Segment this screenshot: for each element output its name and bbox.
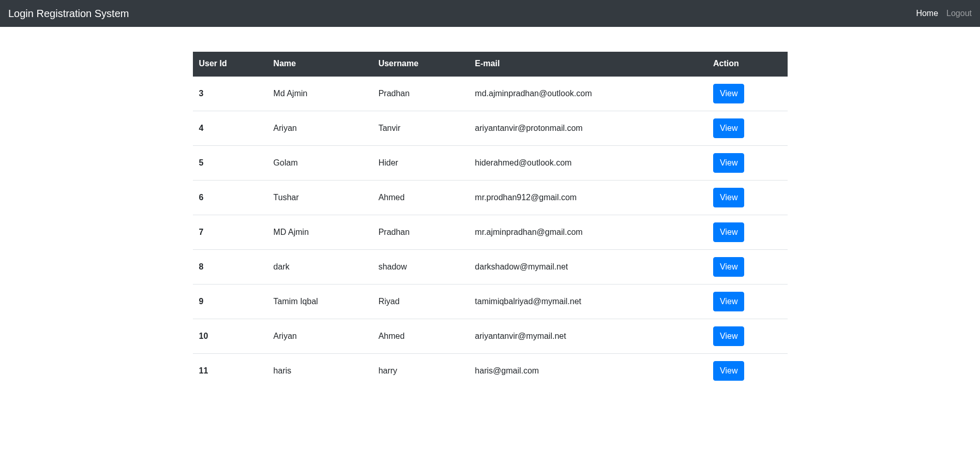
col-header-email: E-mail — [469, 52, 707, 76]
cell-email: ariyantanvir@protonmail.com — [469, 111, 707, 146]
view-button[interactable]: View — [713, 326, 744, 346]
cell-name: dark — [267, 250, 372, 285]
cell-email: mr.ajminpradhan@gmail.com — [469, 215, 707, 250]
cell-action: View — [707, 181, 787, 215]
cell-email: tamimiqbalriyad@mymail.net — [469, 285, 707, 319]
navbar-brand[interactable]: Login Registration System — [8, 8, 129, 20]
cell-name: MD Ajmin — [267, 215, 372, 250]
col-header-name: Name — [267, 52, 372, 76]
view-button[interactable]: View — [713, 153, 744, 173]
cell-action: View — [707, 250, 787, 285]
view-button[interactable]: View — [713, 188, 744, 207]
cell-username: Hider — [372, 146, 469, 181]
col-header-username: Username — [372, 52, 469, 76]
cell-email: hiderahmed@outlook.com — [469, 146, 707, 181]
table-row: 7MD AjminPradhanmr.ajminpradhan@gmail.co… — [193, 215, 788, 250]
cell-username: shadow — [372, 250, 469, 285]
table-row: 10AriyanAhmedariyantanvir@mymail.netView — [193, 319, 788, 354]
cell-action: View — [707, 76, 787, 111]
view-button[interactable]: View — [713, 361, 744, 381]
table-row: 11harisharryharis@gmail.comView — [193, 354, 788, 388]
cell-user-id: 3 — [193, 76, 267, 111]
cell-email: darkshadow@mymail.net — [469, 250, 707, 285]
cell-name: Ariyan — [267, 111, 372, 146]
navbar-nav: Home Logout — [916, 9, 972, 18]
view-button[interactable]: View — [713, 257, 744, 277]
view-button[interactable]: View — [713, 292, 744, 311]
col-header-user-id: User Id — [193, 52, 267, 76]
cell-action: View — [707, 111, 787, 146]
table-row: 4AriyanTanvirariyantanvir@protonmail.com… — [193, 111, 788, 146]
cell-name: haris — [267, 354, 372, 388]
view-button[interactable]: View — [713, 222, 744, 242]
cell-username: Riyad — [372, 285, 469, 319]
cell-action: View — [707, 146, 787, 181]
cell-username: Tanvir — [372, 111, 469, 146]
cell-action: View — [707, 354, 787, 388]
table-row: 5GolamHiderhiderahmed@outlook.comView — [193, 146, 788, 181]
cell-user-id: 10 — [193, 319, 267, 354]
cell-username: Pradhan — [372, 76, 469, 111]
cell-user-id: 5 — [193, 146, 267, 181]
col-header-action: Action — [707, 52, 787, 76]
table-row: 3Md AjminPradhanmd.ajminpradhan@outlook.… — [193, 76, 788, 111]
cell-name: Ariyan — [267, 319, 372, 354]
cell-action: View — [707, 215, 787, 250]
cell-username: Pradhan — [372, 215, 469, 250]
table-header-row: User Id Name Username E-mail Action — [193, 52, 788, 76]
cell-name: Md Ajmin — [267, 76, 372, 111]
cell-action: View — [707, 319, 787, 354]
navbar: Login Registration System Home Logout — [0, 0, 980, 27]
cell-email: ariyantanvir@mymail.net — [469, 319, 707, 354]
users-table: User Id Name Username E-mail Action 3Md … — [193, 52, 788, 388]
cell-email: mr.prodhan912@gmail.com — [469, 181, 707, 215]
cell-username: Ahmed — [372, 181, 469, 215]
cell-name: Golam — [267, 146, 372, 181]
table-row: 9Tamim IqbalRiyadtamimiqbalriyad@mymail.… — [193, 285, 788, 319]
cell-email: haris@gmail.com — [469, 354, 707, 388]
nav-link-logout[interactable]: Logout — [946, 9, 972, 18]
cell-name: Tamim Iqbal — [267, 285, 372, 319]
cell-email: md.ajminpradhan@outlook.com — [469, 76, 707, 111]
view-button[interactable]: View — [713, 84, 744, 103]
table-body: 3Md AjminPradhanmd.ajminpradhan@outlook.… — [193, 76, 788, 388]
cell-name: Tushar — [267, 181, 372, 215]
main-container: User Id Name Username E-mail Action 3Md … — [193, 27, 788, 388]
cell-username: Ahmed — [372, 319, 469, 354]
cell-user-id: 9 — [193, 285, 267, 319]
cell-user-id: 7 — [193, 215, 267, 250]
cell-user-id: 11 — [193, 354, 267, 388]
table-row: 6TusharAhmedmr.prodhan912@gmail.comView — [193, 181, 788, 215]
cell-user-id: 8 — [193, 250, 267, 285]
cell-username: harry — [372, 354, 469, 388]
cell-user-id: 6 — [193, 181, 267, 215]
nav-link-home[interactable]: Home — [916, 9, 938, 18]
view-button[interactable]: View — [713, 118, 744, 138]
cell-user-id: 4 — [193, 111, 267, 146]
cell-action: View — [707, 285, 787, 319]
table-row: 8darkshadowdarkshadow@mymail.netView — [193, 250, 788, 285]
